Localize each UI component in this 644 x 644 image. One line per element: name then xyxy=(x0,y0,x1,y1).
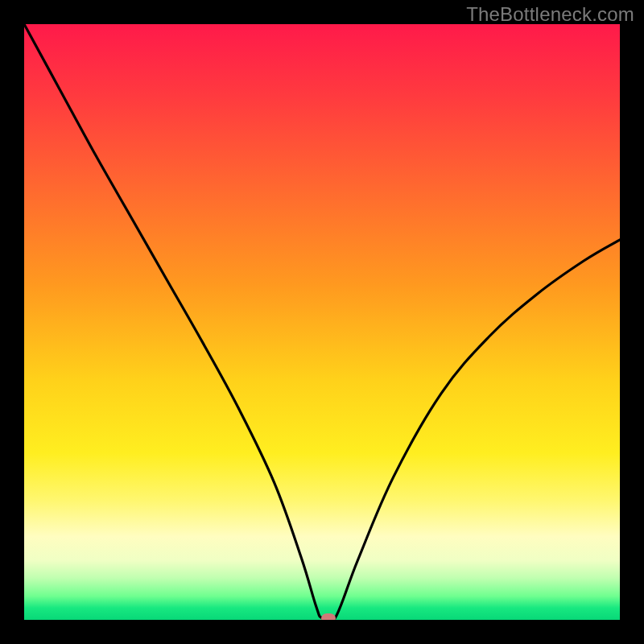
plot-area xyxy=(24,24,620,620)
chart-frame: TheBottleneck.com xyxy=(0,0,644,644)
watermark-text: TheBottleneck.com xyxy=(466,3,634,26)
optimal-point-marker xyxy=(321,613,336,620)
bottleneck-curve xyxy=(24,24,620,620)
